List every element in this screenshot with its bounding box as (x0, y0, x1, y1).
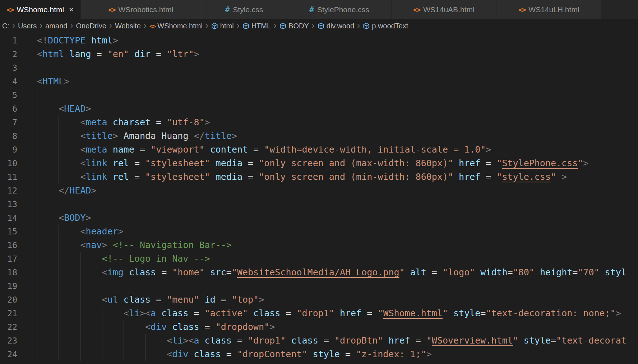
token-kw: link (85, 172, 107, 182)
code-line-content[interactable]: <meta charset = "utf-8"> (17, 116, 638, 129)
breadcrumb-label: amand (45, 22, 67, 30)
token-tx: = (242, 172, 259, 182)
token-at: media (216, 158, 242, 168)
code-line-content[interactable] (17, 88, 638, 102)
breadcrumb-item-p.woodText[interactable]: p.woodText (363, 22, 408, 30)
code-line: 3 (0, 61, 638, 75)
code-line-content[interactable]: <div class = "dropContent" style = "z-in… (17, 347, 638, 361)
breadcrumb-item-html[interactable]: html (211, 22, 234, 30)
breadcrumb-item-BODY[interactable]: BODY (279, 22, 309, 30)
token-pu: < (102, 294, 107, 305)
tab-StylePhone.css[interactable]: #StylePhone.css (287, 0, 392, 19)
code-line-content[interactable]: <li><a class = "active" class = "drop1" … (17, 307, 638, 320)
css-file-icon: # (309, 5, 314, 14)
code-line-content[interactable]: <!-- Logo in Nav --> (17, 252, 638, 266)
symbol-cube-icon (279, 23, 286, 29)
symbol-cube-icon (318, 23, 324, 29)
token-st: " (578, 158, 583, 168)
token-tx: Amanda Huang (118, 131, 194, 141)
token-pu: > (194, 49, 199, 59)
token-pu: < (80, 131, 85, 141)
code-line: 1<!DOCTYPE html> (0, 34, 638, 47)
tab-Style.css[interactable]: #Style.css (201, 0, 287, 19)
link-token[interactable]: StylePhone.css (502, 158, 578, 168)
token-tx (85, 35, 91, 46)
token-kw: HEAD (64, 103, 85, 114)
breadcrumb-label: BODY (288, 22, 309, 30)
code-line-content[interactable]: </HEAD> (17, 184, 638, 197)
token-tx (518, 335, 524, 346)
breadcrumb-item-OneDrive[interactable]: OneDrive (76, 22, 106, 30)
token-cm: <!-- Navigation Bar--> (113, 240, 232, 250)
code-line-content[interactable] (17, 279, 638, 293)
token-tx: = (318, 335, 334, 346)
tab-close-icon[interactable]: ✕ (69, 6, 74, 13)
breadcrumb-label: Users (18, 22, 37, 30)
breadcrumb-item-WShome.html[interactable]: <>WShome.html (149, 22, 203, 30)
breadcrumb-separator-icon: › (205, 21, 208, 31)
token-at: src (210, 267, 226, 277)
token-st: "stylesheet" (145, 158, 210, 168)
code-line-content[interactable] (17, 197, 638, 211)
code-line-content[interactable]: <HTML> (17, 75, 638, 88)
token-at: name (113, 144, 134, 155)
code-line: 18<img class = "home" src="WebsiteSchool… (0, 266, 638, 279)
token-tx (199, 335, 205, 346)
code-line-content[interactable]: <ul class = "menu" id = "top"> (17, 293, 638, 307)
breadcrumb-item-amand[interactable]: amand (45, 22, 67, 30)
token-tx (535, 267, 540, 277)
code-line-content[interactable]: <html lang = "en" dir = "ltr"> (17, 47, 638, 61)
token-pu: > (486, 144, 491, 155)
code-line-content[interactable] (17, 61, 638, 75)
tab-WSrobotics.html[interactable]: <>WSrobotics.html (81, 0, 201, 19)
token-pu: > (85, 213, 91, 223)
indent-guides (37, 170, 80, 184)
token-at: rel (113, 172, 129, 182)
token-at: height (540, 267, 572, 277)
token-st: "width=device-width, initial-scale = 1.0… (264, 144, 486, 155)
tab-WShome.html[interactable]: <>WShome.html✕ (0, 0, 81, 19)
token-kw: div (172, 349, 188, 359)
code-line-content[interactable]: <title> Amanda Huang </title> (17, 129, 638, 143)
line-number: 1 (0, 34, 17, 47)
code-line-content[interactable]: <link rel = "stylesheet" media = "only s… (17, 170, 638, 184)
token-st: "ltr" (167, 49, 194, 59)
token-st: "dropBtn" (334, 335, 383, 346)
token-at: alt (410, 267, 426, 277)
tab-WS14uLH.html[interactable]: <>WS14uLH.html (496, 0, 602, 19)
token-at: html (91, 35, 113, 46)
link-token[interactable]: WebsiteSchoolMedia/AH Logo.png (237, 267, 399, 277)
breadcrumb-item-div.wood[interactable]: div.wood (318, 22, 354, 30)
line-number: 5 (0, 88, 17, 102)
code-line-content[interactable]: <link rel = "stylesheet" media = "only s… (17, 157, 638, 170)
token-st: "en" (107, 49, 129, 59)
token-at: href (388, 335, 410, 346)
code-line-content[interactable]: <BODY> (17, 211, 638, 225)
code-line-content[interactable]: <li><a class = "drop1" class = "dropBtn"… (17, 334, 638, 347)
code-line-content[interactable]: <nav> <!-- Navigation Bar--> (17, 238, 638, 252)
token-pu: <! (37, 35, 48, 46)
breadcrumb-item-Website[interactable]: Website (115, 22, 141, 30)
link-token[interactable]: style.css (502, 172, 551, 182)
code-line-content[interactable]: <HEAD> (17, 102, 638, 116)
token-pu: > (113, 35, 118, 46)
code-line-content[interactable]: <img class = "home" src="WebsiteSchoolMe… (17, 266, 638, 279)
breadcrumb-label: WShome.html (157, 22, 203, 30)
breadcrumb-item-C:[interactable]: C: (2, 22, 9, 30)
token-tx: = (221, 349, 237, 359)
token-st: " (551, 172, 556, 182)
link-token[interactable]: WShome.html (383, 308, 443, 318)
line-number: 7 (0, 116, 17, 129)
token-tx (453, 158, 459, 168)
breadcrumb-item-Users[interactable]: Users (18, 22, 37, 30)
code-line-content[interactable]: <!DOCTYPE html> (17, 34, 638, 47)
link-token[interactable]: WSoverview.html (432, 335, 513, 346)
token-tx: = (188, 308, 204, 318)
breadcrumb-item-HTML[interactable]: HTML (242, 22, 271, 30)
code-line-content[interactable]: <meta name = "viewport" content = "width… (17, 143, 638, 157)
token-pu: > (616, 308, 621, 318)
code-line-content[interactable]: <header> (17, 225, 638, 238)
code-line-content[interactable]: <div class = "dropdown"> (17, 320, 638, 334)
tab-WS14uAB.html[interactable]: <>WS14uAB.html (392, 0, 496, 19)
breadcrumb-label: Website (115, 22, 141, 30)
